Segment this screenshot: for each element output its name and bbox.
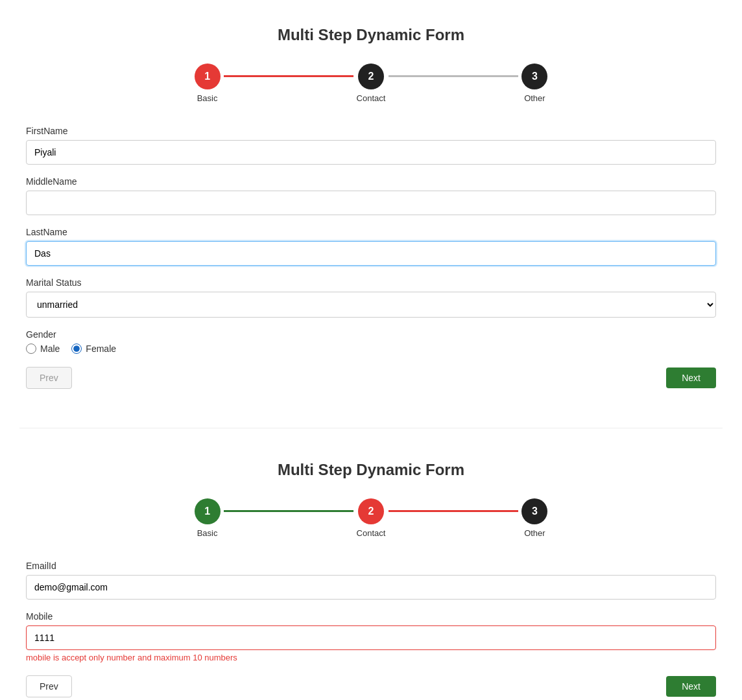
gender-male-label: Male (40, 344, 60, 354)
gender-female-label: Female (86, 344, 116, 354)
gender-group: Gender Male Female (26, 329, 716, 354)
gender-label: Gender (26, 329, 716, 340)
form2-next-button[interactable]: Next (666, 676, 716, 697)
step-3-circle: 3 (521, 64, 547, 89)
section-divider (19, 428, 723, 428)
mobile-group: Mobile mobile is accept only number and … (26, 611, 716, 662)
firstname-group: FirstName (26, 126, 716, 165)
step-2-circle: 2 (358, 64, 384, 89)
marital-status-group: Marital Status unmarried married divorce… (26, 277, 716, 318)
step2-1-circle: 1 (195, 498, 221, 524)
form1-btn-row: Prev Next (26, 367, 716, 389)
step-line-1 (224, 75, 353, 77)
emailid-label: EmailId (26, 561, 716, 571)
lastname-group: LastName (26, 227, 716, 266)
firstname-input[interactable] (26, 140, 716, 165)
gender-female-radio[interactable] (71, 344, 82, 354)
step2-line-2 (389, 510, 518, 512)
step2-3-other: 3 Other (521, 498, 547, 538)
step-1-label: Basic (197, 93, 218, 103)
form2-title: Multi Step Dynamic Form (26, 461, 716, 479)
lastname-label: LastName (26, 227, 716, 237)
marital-status-select[interactable]: unmarried married divorced widowed (26, 292, 716, 318)
form1-title: Multi Step Dynamic Form (26, 26, 716, 44)
step2-1-label: Basic (197, 528, 218, 538)
gender-options: Male Female (26, 344, 716, 354)
step2-1-basic: 1 Basic (195, 498, 221, 538)
step-1-basic: 1 Basic (195, 64, 221, 103)
step-line-2 (389, 75, 518, 77)
mobile-input[interactable] (26, 625, 716, 650)
form1-prev-button[interactable]: Prev (26, 367, 72, 389)
emailid-group: EmailId (26, 561, 716, 600)
emailid-input[interactable] (26, 575, 716, 600)
step-1-circle: 1 (195, 64, 221, 89)
step2-line-1 (224, 510, 353, 512)
mobile-label: Mobile (26, 611, 716, 622)
step-2-label: Contact (357, 93, 386, 103)
gender-male-option[interactable]: Male (26, 344, 60, 354)
middlename-group: MiddleName (26, 176, 716, 215)
form-section-1: Multi Step Dynamic Form 1 Basic 2 Contac… (19, 13, 723, 408)
step2-3-label: Other (524, 528, 545, 538)
gender-female-option[interactable]: Female (71, 344, 116, 354)
step2-2-circle: 2 (358, 498, 384, 524)
step2-2-contact: 2 Contact (357, 498, 386, 538)
mobile-error: mobile is accept only number and maximum… (26, 653, 716, 662)
step-2-contact: 2 Contact (357, 64, 386, 103)
form1-next-button[interactable]: Next (666, 368, 716, 388)
gender-male-radio[interactable] (26, 344, 36, 354)
stepper-1: 1 Basic 2 Contact 3 Other (26, 64, 716, 103)
step-3-other: 3 Other (521, 64, 547, 103)
form2-btn-row: Prev Next (26, 675, 716, 697)
middlename-label: MiddleName (26, 176, 716, 187)
form2-prev-button[interactable]: Prev (26, 675, 72, 697)
marital-status-label: Marital Status (26, 277, 716, 288)
lastname-input[interactable] (26, 241, 716, 266)
step2-3-circle: 3 (521, 498, 547, 524)
step-3-label: Other (524, 93, 545, 103)
step2-2-label: Contact (357, 528, 386, 538)
stepper-2: 1 Basic 2 Contact 3 Other (26, 498, 716, 538)
firstname-label: FirstName (26, 126, 716, 136)
form-section-2: Multi Step Dynamic Form 1 Basic 2 Contac… (19, 448, 723, 700)
middlename-input[interactable] (26, 191, 716, 215)
